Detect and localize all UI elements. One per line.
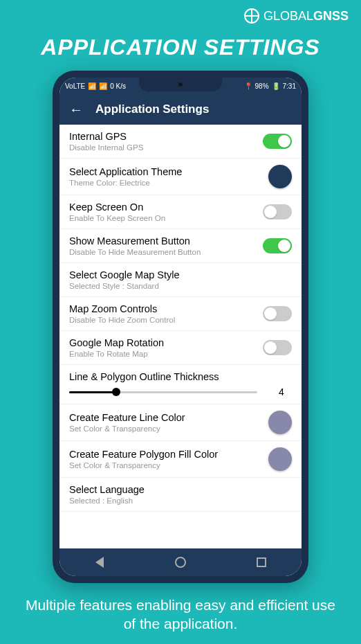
setting-title: Select Application Theme	[69, 166, 261, 177]
setting-title: Line & Polygon Outline Thickness	[69, 371, 292, 382]
speed-indicator: 0 K/s	[110, 82, 126, 90]
slider-value: 4	[271, 386, 292, 397]
setting-row: Create Feature Line Color Set Color & Tr…	[59, 404, 302, 441]
color-swatch[interactable]	[268, 411, 292, 434]
brand-logo: GLOBALGNSS	[244, 8, 349, 24]
footer-caption: Multiple features enabling easy and effi…	[0, 596, 361, 634]
setting-row: Select Application Theme Theme Color: El…	[59, 159, 302, 195]
back-button[interactable]: ←	[69, 102, 83, 118]
battery-percent: 98%	[255, 82, 269, 90]
setting-row-slider: Line & Polygon Outline Thickness 4	[59, 365, 302, 404]
setting-subtitle: Disable Internal GPS	[69, 143, 256, 152]
android-nav-bar	[59, 548, 302, 576]
setting-subtitle: Disable To Hide Zoom Control	[69, 316, 256, 324]
clock: 7:31	[283, 82, 296, 90]
globe-icon	[244, 8, 259, 24]
battery-icon: 🔋	[272, 82, 280, 90]
setting-title: Keep Screen On	[69, 202, 256, 213]
nav-back-button[interactable]	[93, 556, 106, 569]
toggle-switch[interactable]	[263, 340, 292, 355]
setting-subtitle: Disable To Hide Measurement Button	[69, 248, 256, 256]
setting-subtitle: Selected Style : Standard	[69, 282, 292, 290]
setting-title: Google Map Rotation	[69, 337, 256, 348]
setting-title: Select Google Map Style	[69, 269, 292, 280]
setting-row: Keep Screen On Enable To Keep Screen On	[59, 195, 302, 229]
setting-row: Google Map Rotation Enable To Rotate Map	[59, 331, 302, 365]
nav-recent-button[interactable]	[255, 556, 268, 569]
appbar-title: Application Settings	[95, 102, 209, 116]
setting-title: Map Zoom Controls	[69, 303, 256, 314]
toggle-switch[interactable]	[263, 306, 292, 321]
setting-title: Select Language	[69, 484, 292, 495]
settings-list[interactable]: Internal GPS Disable Internal GPS Select…	[59, 125, 302, 548]
app-bar: ← Application Settings	[59, 94, 302, 125]
setting-title: Show Measurement Button	[69, 235, 256, 247]
setting-subtitle: Enable To Keep Screen On	[69, 214, 256, 222]
setting-row: Map Zoom Controls Disable To Hide Zoom C…	[59, 297, 302, 331]
setting-subtitle: Set Color & Transparency	[69, 461, 261, 469]
location-icon: 📍	[244, 82, 252, 90]
setting-row[interactable]: Select Language Selected : English	[59, 478, 302, 512]
setting-row: Internal GPS Disable Internal GPS	[59, 125, 302, 159]
toggle-switch[interactable]	[263, 238, 292, 253]
color-swatch[interactable]	[268, 447, 292, 471]
wifi-icon: 📶	[99, 82, 107, 90]
setting-subtitle: Enable To Rotate Map	[69, 350, 256, 358]
nav-home-button[interactable]	[174, 556, 187, 569]
color-swatch[interactable]	[268, 165, 292, 188]
signal-icon: 📶	[88, 82, 96, 90]
setting-title: Create Feature Line Color	[69, 412, 261, 423]
phone-notch	[139, 78, 222, 91]
setting-subtitle: Set Color & Transparency	[69, 424, 261, 433]
setting-row[interactable]: Select Google Map Style Selected Style :…	[59, 263, 302, 297]
setting-title: Create Feature Polygon Fill Color	[69, 449, 261, 460]
setting-row: Show Measurement Button Disable To Hide …	[59, 229, 302, 263]
phone-frame: VoLTE 📶 📶 0 K/s 📍 98% 🔋 7:31 ← Applicati…	[53, 71, 308, 583]
volte-indicator: VoLTE	[65, 82, 85, 90]
setting-subtitle: Selected : English	[69, 497, 292, 505]
toggle-switch[interactable]	[263, 134, 292, 149]
setting-title: Internal GPS	[69, 131, 256, 142]
setting-subtitle: Theme Color: Electrice	[69, 179, 261, 187]
page-title: APPLICATION SETTINGS	[0, 35, 361, 60]
thickness-slider[interactable]	[69, 391, 257, 393]
setting-row: Create Feature Polygon Fill Color Set Co…	[59, 441, 302, 478]
toggle-switch[interactable]	[263, 204, 292, 220]
